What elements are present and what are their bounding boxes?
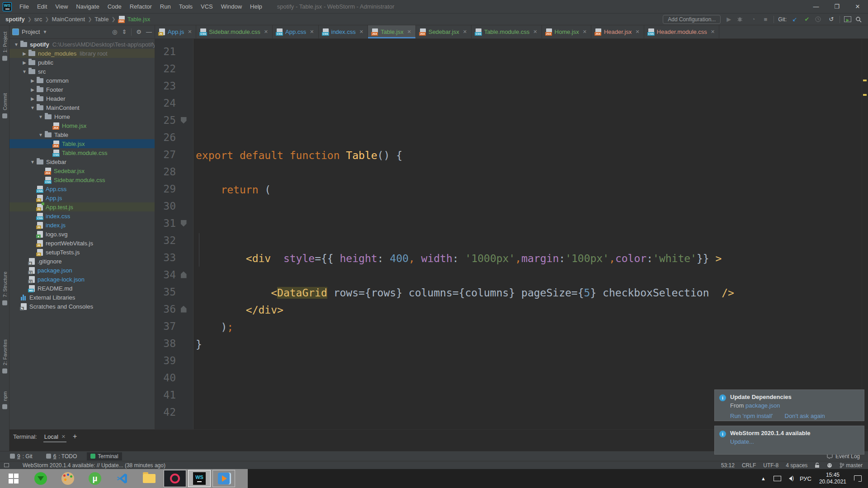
code-line-37[interactable] bbox=[196, 353, 862, 370]
code-line-31[interactable]: <div style={{ height: 400, width: '1000p… bbox=[196, 250, 862, 267]
line-number[interactable]: 36 bbox=[155, 303, 176, 315]
tree-down-arrow-icon[interactable]: ▼ bbox=[13, 42, 19, 47]
line-ending[interactable]: CRLF bbox=[742, 462, 756, 469]
line-number[interactable]: 24 bbox=[155, 97, 176, 109]
git-branch-widget[interactable]: master bbox=[840, 462, 863, 469]
toolwindow-button-git[interactable]: 9: Git bbox=[6, 452, 36, 460]
tab-home.jsx[interactable]: JSXHome.jsx✕ bbox=[542, 25, 591, 38]
tree-item--gitignore[interactable]: ⊘.gitignore bbox=[9, 257, 155, 266]
menu-tools[interactable]: Tools bbox=[175, 0, 197, 13]
menu-navigate[interactable]: Navigate bbox=[72, 0, 103, 13]
tree-item-package-json[interactable]: { }package.json bbox=[9, 266, 155, 275]
close-icon[interactable]: ✕ bbox=[463, 29, 467, 35]
taskbar-webstorm-icon[interactable]: WS bbox=[188, 470, 211, 487]
project-panel-title[interactable]: Project bbox=[22, 28, 40, 35]
tree-item-common[interactable]: ▶common bbox=[9, 76, 155, 85]
collapse-all-icon[interactable]: ⇕ bbox=[122, 28, 127, 35]
tab-table.module.css[interactable]: CSSTable.module.css✕ bbox=[472, 25, 542, 38]
file-encoding[interactable]: UTF-8 bbox=[763, 462, 778, 469]
menu-edit[interactable]: Edit bbox=[33, 0, 51, 13]
git-commit-icon[interactable]: ✔ bbox=[803, 16, 811, 23]
close-icon[interactable]: ✕ bbox=[711, 29, 715, 35]
git-history-icon[interactable] bbox=[815, 16, 823, 22]
line-number[interactable]: 21 bbox=[155, 46, 176, 57]
line-number[interactable]: 30 bbox=[155, 200, 176, 212]
menu-run[interactable]: Run bbox=[156, 0, 175, 13]
volume-icon[interactable] bbox=[789, 476, 792, 481]
chevron-down-icon[interactable]: ▼ bbox=[42, 29, 47, 34]
tree-item-reportwebvitals-js[interactable]: JSreportWebVitals.js bbox=[9, 239, 155, 248]
tab-table.jsx[interactable]: JSXTable.jsx✕ bbox=[368, 25, 416, 38]
line-number[interactable]: 23 bbox=[155, 80, 176, 92]
minimize-button[interactable]: — bbox=[806, 0, 826, 13]
tree-item-spotify[interactable]: ▼spotifyC:\Users\AMD\Desktop\Test-app\sp… bbox=[9, 40, 155, 49]
toolwindow-button-todo[interactable]: 6: TODO bbox=[42, 452, 81, 460]
line-number[interactable]: 32 bbox=[155, 235, 176, 246]
tree-item-external-libraries[interactable]: External Libraries bbox=[9, 293, 155, 302]
code-line-36[interactable]: } bbox=[196, 336, 862, 353]
settings-gear-icon[interactable]: ⚙ bbox=[136, 28, 142, 35]
strip-button-1-project[interactable]: 1: Project bbox=[0, 32, 9, 62]
tab-sedebar.jsx[interactable]: JSXSedebar.jsx✕ bbox=[416, 25, 472, 38]
code-line-35[interactable]: ); bbox=[196, 319, 862, 336]
breadcrumb-item[interactable]: Table bbox=[94, 16, 108, 23]
start-button[interactable] bbox=[3, 469, 24, 488]
close-icon[interactable]: ✕ bbox=[635, 29, 639, 35]
code-editor[interactable]: export default function Table() { return… bbox=[193, 39, 862, 429]
toolwindow-toggle-icon[interactable] bbox=[4, 463, 9, 467]
breadcrumb-item[interactable]: spotify bbox=[5, 16, 25, 23]
tree-item-header[interactable]: ▶Header bbox=[9, 94, 155, 103]
tree-item-sedebar-jsx[interactable]: JSXSedebar.jsx bbox=[9, 166, 155, 175]
tree-down-arrow-icon[interactable]: ▼ bbox=[29, 105, 36, 110]
tree-right-arrow-icon[interactable]: ▶ bbox=[21, 51, 28, 56]
new-terminal-icon[interactable]: + bbox=[73, 432, 77, 441]
code-line-34[interactable]: </div> bbox=[196, 301, 862, 319]
run-anything-icon[interactable]: ▶ bbox=[844, 16, 851, 22]
tree-item-index-js[interactable]: JSindex.js bbox=[9, 221, 155, 230]
code-line-26[interactable] bbox=[196, 164, 862, 181]
stop-icon[interactable]: ■ bbox=[761, 16, 769, 23]
inspection-profile-icon[interactable] bbox=[827, 463, 832, 468]
close-icon[interactable]: ✕ bbox=[264, 29, 268, 35]
tree-item-table[interactable]: ▼Table bbox=[9, 130, 155, 139]
code-line-24[interactable] bbox=[196, 130, 862, 147]
tab-header.jsx[interactable]: JSXHeader.jsx✕ bbox=[591, 25, 644, 38]
taskbar-vscode-icon[interactable] bbox=[112, 469, 132, 488]
code-line-25[interactable]: export default function Table() { bbox=[196, 147, 862, 164]
close-icon[interactable]: ✕ bbox=[583, 29, 587, 35]
notification-webstorm-update[interactable]: i WebStorm 2020.1.4 available Update... bbox=[714, 426, 864, 455]
tray-expand-icon[interactable]: ▲ bbox=[761, 476, 766, 481]
line-number[interactable]: 37 bbox=[155, 320, 176, 332]
taskbar-mediaget-icon[interactable] bbox=[30, 469, 51, 488]
line-number[interactable]: 42 bbox=[155, 406, 176, 418]
fold-marker-icon[interactable] bbox=[181, 117, 187, 124]
close-button[interactable]: ✕ bbox=[847, 0, 868, 13]
fold-marker-icon[interactable] bbox=[181, 272, 187, 278]
breadcrumb-item[interactable]: MainContent bbox=[52, 16, 85, 23]
dont-ask-again-link[interactable]: Don't ask again bbox=[785, 413, 825, 419]
tree-item-app-js[interactable]: JSApp.js bbox=[9, 193, 155, 202]
action-center-icon[interactable] bbox=[854, 475, 862, 482]
tree-item-sidebar[interactable]: ▼Sidebar bbox=[9, 157, 155, 166]
tree-item-table-jsx[interactable]: JSXTable.jsx bbox=[9, 139, 155, 148]
tree-item-logo-svg[interactable]: ▲logo.svg bbox=[9, 230, 155, 239]
tab-app.js[interactable]: JSApp.js✕ bbox=[155, 25, 196, 38]
tree-down-arrow-icon[interactable]: ▼ bbox=[21, 69, 28, 74]
close-icon[interactable]: ✕ bbox=[61, 434, 66, 440]
taskbar-explorer-icon[interactable] bbox=[139, 469, 160, 488]
tree-down-arrow-icon[interactable]: ▼ bbox=[29, 160, 36, 164]
tree-item-index-css[interactable]: CSSindex.css bbox=[9, 211, 155, 221]
line-number[interactable]: 38 bbox=[155, 338, 176, 349]
close-icon[interactable]: ✕ bbox=[188, 29, 192, 35]
code-line-22[interactable] bbox=[196, 95, 862, 113]
line-number[interactable]: 35 bbox=[155, 286, 176, 298]
tree-item-footer[interactable]: ▶Footer bbox=[9, 85, 155, 94]
code-line-32[interactable] bbox=[196, 267, 862, 284]
tree-right-arrow-icon[interactable]: ▶ bbox=[29, 87, 36, 92]
status-message[interactable]: WebStorm 2020.1.4 available: // Update..… bbox=[23, 462, 165, 469]
language-indicator[interactable]: РУС bbox=[800, 475, 811, 482]
line-number[interactable]: 27 bbox=[155, 149, 176, 160]
debug-icon[interactable] bbox=[737, 16, 745, 22]
menu-refactor[interactable]: Refactor bbox=[126, 0, 156, 13]
strip-button-7-structure[interactable]: 7: Structure bbox=[0, 272, 9, 307]
